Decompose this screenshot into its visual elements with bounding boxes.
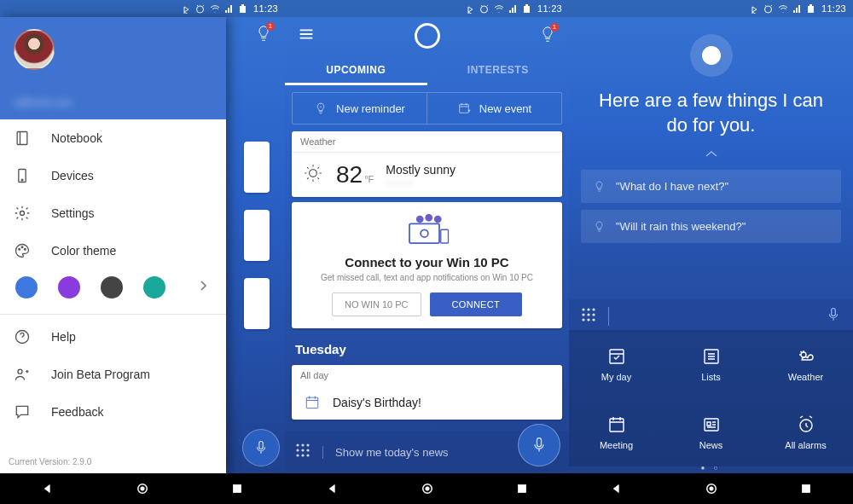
tab-interests[interactable]: INTERESTS: [427, 55, 570, 85]
wifi-icon: [494, 4, 503, 14]
palette-icon: [14, 242, 31, 259]
weather-location: ———: [386, 177, 456, 187]
color-swatch-dark[interactable]: [101, 276, 123, 298]
weather-card[interactable]: Weather 82°F Mostly sunny ———: [292, 131, 562, 197]
alarm-icon: [763, 4, 773, 14]
drawer-item-color-theme[interactable]: Color theme: [0, 232, 226, 269]
drawer-item-label: Feedback: [51, 405, 103, 419]
svg-rect-3: [17, 132, 27, 145]
tile-weather[interactable]: Weather: [758, 330, 853, 398]
clock-text: 11:23: [253, 3, 278, 14]
svg-point-23: [415, 216, 423, 223]
nav-recent-icon[interactable]: [798, 481, 814, 496]
suggestion-item[interactable]: "What do I have next?": [581, 170, 841, 203]
app-grid-icon[interactable]: [295, 443, 310, 461]
connect-pc-card: Connect to your Win 10 PC Get missed cal…: [292, 202, 562, 328]
suggestion-item[interactable]: "Will it rain this weekend?": [581, 210, 841, 243]
suggestion-text: "Will it rain this weekend?": [616, 220, 746, 233]
bluetooth-icon: [181, 4, 190, 14]
battery-icon: [523, 4, 532, 14]
alarm-icon: [479, 4, 489, 14]
tile-meeting[interactable]: Meeting: [569, 398, 664, 466]
svg-point-11: [18, 369, 22, 374]
drawer-item-beta[interactable]: Join Beta Program: [0, 356, 226, 393]
event-card[interactable]: All day Daisy's Birthday!: [292, 365, 562, 420]
tile-label: Meeting: [600, 440, 633, 450]
account-email: x@xxxx.xxx: [14, 96, 212, 108]
svg-point-30: [296, 449, 299, 451]
color-swatch-purple[interactable]: [58, 276, 80, 298]
tile-news[interactable]: News: [664, 398, 758, 466]
navigation-drawer: x@xxxx.xxx Notebook Devices Settings Col…: [0, 17, 226, 473]
alarm-icon: [195, 4, 205, 14]
hamburger-icon[interactable]: [297, 25, 316, 47]
chevron-right-icon[interactable]: [199, 280, 207, 295]
drawer-item-devices[interactable]: Devices: [0, 157, 226, 194]
new-reminder-label: New reminder: [336, 102, 405, 115]
drawer-item-notebook[interactable]: Notebook: [0, 119, 226, 157]
drawer-item-label: Color theme: [51, 244, 116, 258]
connect-button[interactable]: CONNECT: [430, 293, 523, 316]
svg-point-42: [582, 308, 584, 310]
nav-home-icon[interactable]: [135, 481, 150, 496]
connect-subtitle: Get missed call, text and app notificati…: [305, 273, 548, 282]
svg-rect-41: [809, 4, 812, 6]
svg-point-44: [592, 308, 595, 310]
alarm-icon: [796, 414, 816, 435]
svg-point-24: [425, 214, 432, 222]
nav-recent-icon[interactable]: [229, 481, 245, 496]
drawer-item-settings[interactable]: Settings: [0, 194, 226, 232]
nav-recent-icon[interactable]: [514, 481, 530, 496]
svg-point-46: [587, 313, 589, 316]
tile-label: Lists: [701, 372, 721, 382]
cortana-ring-icon: [415, 23, 440, 49]
tab-upcoming[interactable]: UPCOMING: [285, 55, 427, 85]
nav-home-icon[interactable]: [704, 481, 719, 496]
svg-point-48: [582, 318, 584, 321]
battery-icon: [239, 4, 248, 14]
nav-back-icon[interactable]: [609, 481, 624, 496]
mic-fab[interactable]: [518, 424, 560, 466]
svg-point-21: [421, 229, 428, 237]
bulb-icon: [593, 220, 606, 233]
svg-point-49: [587, 318, 589, 321]
color-swatch-blue[interactable]: [15, 276, 38, 298]
svg-rect-59: [802, 485, 809, 493]
new-event-button[interactable]: New event: [427, 93, 561, 124]
nav-back-icon[interactable]: [325, 481, 340, 496]
weather-condition: Mostly sunny: [386, 163, 456, 177]
battery-icon: [807, 4, 816, 14]
avatar[interactable]: [14, 29, 55, 70]
divider: [0, 314, 226, 315]
svg-point-25: [433, 216, 441, 223]
no-pc-button[interactable]: NO WIN 10 PC: [332, 293, 421, 316]
drawer-item-feedback[interactable]: Feedback: [0, 393, 226, 431]
tile-alarms[interactable]: All alarms: [758, 398, 853, 466]
svg-point-9: [25, 249, 26, 251]
svg-point-37: [425, 487, 429, 491]
bluetooth-icon: [749, 4, 758, 14]
tips-icon[interactable]: 1: [538, 25, 557, 47]
nav-home-icon[interactable]: [420, 481, 435, 496]
svg-point-35: [306, 454, 309, 456]
screen-drawer: 11:23 1 x@xxxx.xxx Notebook Devices: [0, 0, 285, 504]
drawer-header: x@xxxx.xxx: [0, 17, 226, 119]
color-swatch-teal[interactable]: [143, 276, 165, 298]
svg-rect-2: [241, 4, 244, 6]
color-theme-swatches: [0, 269, 226, 310]
app-grid-icon[interactable]: [581, 307, 596, 326]
nav-back-icon[interactable]: [40, 481, 55, 496]
svg-point-8: [21, 246, 23, 248]
svg-point-5: [21, 179, 23, 181]
tips-icon[interactable]: 1: [254, 24, 273, 46]
new-reminder-button[interactable]: New reminder: [293, 93, 427, 124]
lists-icon: [701, 346, 722, 367]
svg-rect-38: [518, 485, 525, 493]
drawer-item-help[interactable]: Help: [0, 318, 226, 356]
svg-point-27: [296, 443, 299, 446]
tile-lists[interactable]: Lists: [664, 330, 758, 398]
tile-my-day[interactable]: My day: [569, 330, 664, 398]
cortana-halo-icon: [690, 34, 733, 77]
news-icon: [701, 414, 722, 435]
mic-icon[interactable]: [826, 307, 841, 326]
